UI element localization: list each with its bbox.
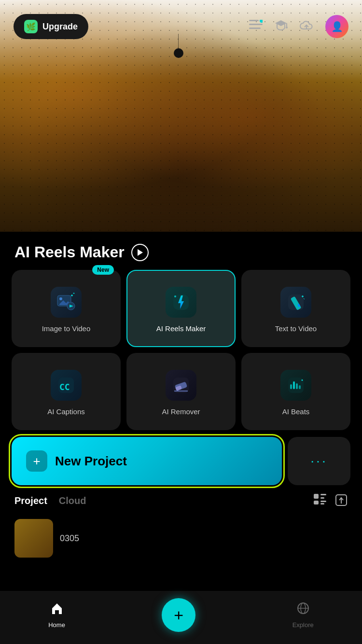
- svg-rect-2: [249, 28, 261, 29]
- nav-fab-icon: +: [174, 607, 183, 623]
- grid-list-icon[interactable]: [314, 494, 326, 509]
- svg-rect-42: [320, 497, 324, 499]
- recent-thumb[interactable]: [14, 519, 53, 558]
- svg-rect-0: [249, 20, 259, 21]
- tool-ai-beats[interactable]: AI Beats: [241, 353, 350, 430]
- ai-remover-icon: [166, 370, 196, 401]
- svg-rect-34: [290, 384, 292, 389]
- tabs-left: Project Cloud: [14, 495, 86, 508]
- tool-image-to-video[interactable]: New Image to Video: [12, 270, 121, 347]
- nav-home-label: Home: [48, 621, 65, 629]
- tool-label-ai-captions: AI Captions: [47, 407, 85, 416]
- more-dots: ···: [310, 453, 327, 469]
- tool-label-image-to-video: Image to Video: [42, 324, 91, 333]
- new-project-plus-icon: +: [26, 450, 47, 472]
- action-row: + New Project ···: [10, 430, 352, 485]
- more-button[interactable]: ···: [288, 437, 350, 485]
- header: 🌿 Upgrade: [0, 0, 362, 53]
- upgrade-label: Upgrade: [42, 22, 78, 32]
- tool-label-text-to-video: Text to Video: [275, 324, 317, 333]
- main-content: AI Reels Maker New: [0, 232, 362, 567]
- graduation-icon[interactable]: [274, 18, 288, 35]
- ai-beats-icon: [280, 370, 311, 401]
- tool-ai-captions[interactable]: CC AI Captions: [12, 353, 121, 430]
- nav-home[interactable]: Home: [48, 602, 65, 629]
- svg-text:CC: CC: [59, 382, 70, 392]
- upgrade-button[interactable]: 🌿 Upgrade: [14, 14, 88, 39]
- ai-captions-icon: CC: [51, 370, 82, 401]
- nav-explore-label: Explore: [292, 621, 314, 629]
- svg-rect-36: [296, 383, 298, 389]
- svg-rect-45: [320, 503, 324, 504]
- tool-text-to-video[interactable]: Text to Video: [241, 270, 350, 347]
- header-icons: 👤: [249, 15, 348, 38]
- avatar[interactable]: 👤: [325, 15, 348, 38]
- tab-project[interactable]: Project: [14, 495, 47, 508]
- tab-cloud[interactable]: Cloud: [59, 495, 86, 508]
- play-circle-icon[interactable]: [131, 244, 149, 261]
- section-title-row: AI Reels Maker: [10, 232, 352, 270]
- home-icon: [50, 602, 64, 618]
- svg-point-10: [59, 297, 62, 300]
- new-project-button[interactable]: + New Project: [12, 437, 282, 485]
- share-icon[interactable]: [335, 494, 348, 509]
- svg-rect-35: [293, 381, 295, 389]
- upgrade-icon: 🌿: [24, 20, 38, 33]
- tabs-row: Project Cloud: [10, 485, 352, 514]
- svg-rect-44: [320, 501, 326, 502]
- tool-ai-remover[interactable]: AI Remover: [126, 353, 236, 430]
- svg-rect-37: [299, 385, 301, 389]
- ai-reels-icon: [166, 287, 196, 318]
- avatar-icon: 👤: [331, 21, 343, 32]
- svg-marker-8: [138, 249, 143, 256]
- list-icon[interactable]: [249, 20, 263, 33]
- nav-explore[interactable]: Explore: [292, 602, 314, 629]
- svg-line-26: [304, 298, 305, 299]
- recent-title: 0305: [60, 533, 79, 544]
- tool-ai-reels-maker[interactable]: AI Reels Maker: [126, 270, 236, 347]
- new-project-label: New Project: [55, 454, 127, 469]
- tool-label-ai-reels: AI Reels Maker: [156, 324, 206, 333]
- tool-label-ai-remover: AI Remover: [162, 407, 200, 416]
- explore-icon: [296, 602, 310, 618]
- svg-point-3: [260, 20, 263, 23]
- cloud-icon[interactable]: [299, 19, 314, 34]
- svg-rect-40: [314, 494, 319, 499]
- svg-rect-1: [249, 24, 263, 25]
- bottom-nav: Home + Explore: [0, 591, 362, 644]
- svg-point-6: [286, 27, 288, 28]
- tools-grid: New Image to Video: [10, 270, 352, 430]
- text-to-video-icon: [280, 287, 311, 318]
- new-badge: New: [92, 265, 114, 275]
- svg-rect-41: [320, 494, 326, 495]
- tabs-right: [314, 494, 348, 509]
- section-title: AI Reels Maker: [14, 243, 125, 261]
- nav-fab-button[interactable]: +: [162, 598, 195, 632]
- svg-rect-43: [314, 501, 319, 504]
- svg-point-20: [174, 295, 176, 297]
- image-to-video-icon: [51, 287, 82, 318]
- recent-row: 0305: [10, 514, 352, 567]
- tool-label-ai-beats: AI Beats: [282, 407, 310, 416]
